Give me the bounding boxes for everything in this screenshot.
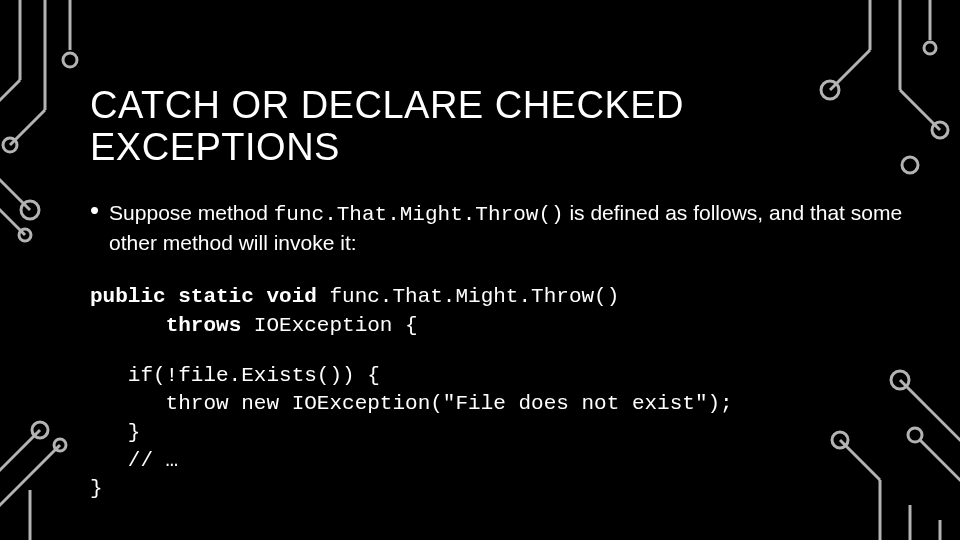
bullet-dot: • [90,197,99,258]
svg-line-12 [830,50,870,90]
svg-line-27 [920,440,960,490]
svg-point-4 [3,138,17,152]
svg-point-23 [54,439,66,451]
svg-line-1 [0,80,20,110]
svg-point-10 [19,229,31,241]
bullet-item: • Suppose method func.That.Might.Throw()… [90,199,910,258]
svg-line-20 [0,430,40,480]
svg-point-8 [21,201,39,219]
slide-title: CATCH OR DECLARE CHECKED EXCEPTIONS [90,85,910,169]
svg-point-16 [932,122,948,138]
svg-line-3 [10,110,45,145]
bullet-method-name: func.That.Might.Throw() [274,203,564,226]
svg-point-6 [63,53,77,67]
code-body: if(!file.Exists()) { throw new IOExcepti… [90,362,910,504]
svg-line-22 [0,445,60,515]
code-keywords: public static void [90,285,317,308]
bullet-text-prefix: Suppose method [109,201,274,224]
svg-line-7 [0,170,30,210]
code-throws-indent [90,314,166,337]
svg-line-9 [0,200,25,235]
svg-point-21 [32,422,48,438]
code-func-name: func.That.Might.Throw() [317,285,619,308]
code-throws-kw: throws [166,314,242,337]
code-signature: public static void func.That.Might.Throw… [90,283,910,340]
code-throws-type: IOException { [241,314,417,337]
svg-point-18 [924,42,936,54]
svg-point-28 [908,428,922,442]
